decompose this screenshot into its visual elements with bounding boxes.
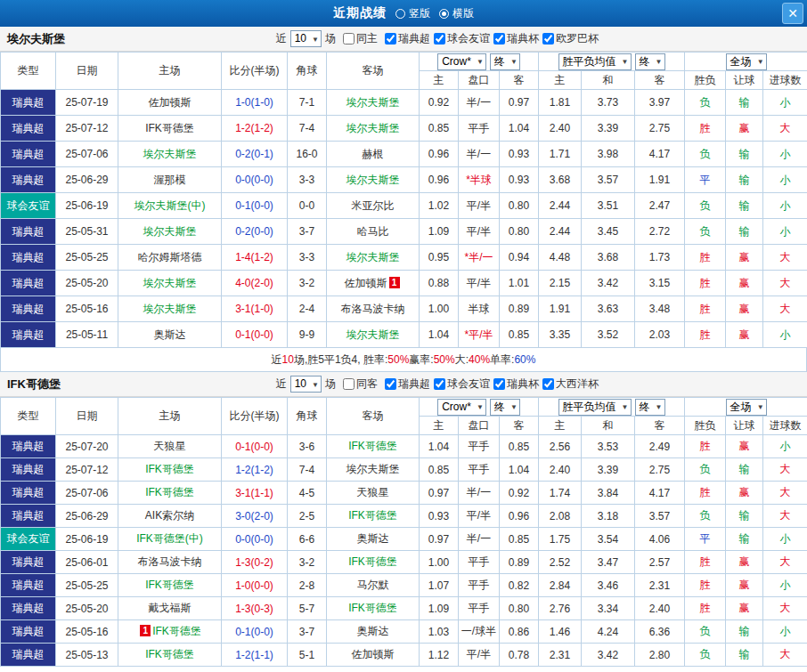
away-team[interactable]: IFK哥德堡 — [327, 505, 420, 528]
team-link[interactable]: 埃尔夫斯堡 — [346, 122, 400, 134]
away-team[interactable]: 奥斯达 — [327, 620, 420, 644]
odds-stage-select[interactable]: 终 — [490, 399, 520, 416]
home-team[interactable]: 哈尔姆斯塔德 — [118, 245, 222, 271]
away-team[interactable]: 马尔默 — [327, 574, 420, 597]
home-team[interactable]: 奥斯达 — [118, 322, 222, 348]
home-team[interactable]: 埃尔夫斯堡 — [118, 296, 222, 322]
competition-checkbox-input[interactable] — [542, 378, 554, 390]
competition-filter[interactable]: 欧罗巴杯 — [542, 31, 599, 46]
team-link[interactable]: 布洛马波卡纳 — [138, 555, 202, 568]
team-link[interactable]: 赫根 — [363, 148, 384, 160]
competition-filter[interactable]: 瑞典超 — [385, 31, 430, 46]
team-link[interactable]: 佐加顿斯 — [345, 277, 387, 289]
team-link[interactable]: IFK哥德堡 — [152, 625, 201, 637]
competition-checkbox-input[interactable] — [385, 33, 396, 45]
competition-checkbox-input[interactable] — [542, 33, 554, 45]
home-team[interactable]: 埃尔夫斯堡 — [118, 219, 222, 245]
team-link[interactable]: 奥斯达 — [357, 625, 389, 637]
team-link[interactable]: 埃尔夫斯堡 — [346, 328, 400, 341]
home-team[interactable]: IFK哥德堡 — [118, 458, 222, 482]
team-link[interactable]: 佐加顿斯 — [149, 96, 192, 109]
team-link[interactable]: 天狼星 — [357, 486, 389, 498]
home-team[interactable]: 佐加顿斯 — [118, 90, 222, 116]
competition-checkbox-input[interactable] — [434, 33, 445, 45]
away-team[interactable]: 埃尔夫斯堡 — [327, 90, 420, 116]
home-team[interactable]: 埃尔夫斯堡 — [118, 142, 222, 167]
team-link[interactable]: 埃尔夫斯堡 — [143, 225, 197, 238]
close-button[interactable]: ✕ — [782, 3, 803, 24]
team-link[interactable]: 天狼星 — [154, 440, 186, 452]
away-team[interactable]: 埃尔夫斯堡 — [327, 458, 420, 482]
away-team[interactable]: IFK哥德堡 — [327, 597, 420, 620]
team-link[interactable]: 戴戈福斯 — [149, 602, 192, 614]
team-link[interactable]: IFK哥德堡 — [348, 440, 397, 452]
team-link[interactable]: IFK哥德堡 — [145, 122, 194, 134]
away-team[interactable]: 布洛马波卡纳 — [327, 296, 420, 322]
home-team[interactable]: 天狼星 — [118, 435, 222, 458]
team-link[interactable]: 哈马比 — [357, 225, 389, 238]
home-team[interactable]: IFK哥德堡 — [118, 482, 222, 505]
away-team[interactable]: 佐加顿斯1 — [327, 271, 420, 296]
team-link[interactable]: IFK哥德堡 — [145, 579, 194, 591]
avg-stage-select[interactable]: 终 — [635, 399, 665, 416]
competition-checkbox-input[interactable] — [385, 378, 396, 390]
team-link[interactable]: 奥斯达 — [154, 328, 186, 341]
team-link[interactable]: IFK哥德堡(中) — [136, 532, 203, 545]
away-team[interactable]: 米亚尔比 — [327, 193, 420, 219]
same-venue-checkbox[interactable]: 同主 — [343, 31, 378, 46]
home-team[interactable]: IFK哥德堡 — [118, 574, 222, 597]
home-team[interactable]: 埃尔夫斯堡 — [118, 271, 222, 296]
competition-filter[interactable]: 瑞典超 — [385, 376, 430, 392]
fulltime-select[interactable]: 全场 — [726, 399, 767, 416]
team-link[interactable]: 埃尔夫斯堡 — [346, 463, 400, 475]
team-link[interactable]: IFK哥德堡 — [145, 463, 194, 475]
competition-checkbox-input[interactable] — [493, 33, 505, 45]
team-link[interactable]: 佐加顿斯 — [352, 648, 395, 660]
away-team[interactable]: 奥斯达 — [327, 528, 420, 551]
team-link[interactable]: 奥斯达 — [357, 532, 389, 545]
away-team[interactable]: IFK哥德堡 — [327, 435, 420, 458]
home-team[interactable]: IFK哥德堡 — [118, 644, 222, 667]
away-team[interactable]: 哈马比 — [327, 219, 420, 245]
away-team[interactable]: 天狼星 — [327, 482, 420, 505]
avg-stage-select[interactable]: 终 — [635, 53, 665, 70]
odds-provider-select[interactable]: Crow* — [437, 53, 486, 70]
team-link[interactable]: AIK索尔纳 — [145, 509, 194, 522]
team-link[interactable]: 渥那模 — [154, 174, 186, 186]
competition-filter[interactable]: 瑞典杯 — [493, 376, 539, 392]
team-link[interactable]: IFK哥德堡 — [145, 486, 194, 498]
odds-provider-select[interactable]: Crow* — [437, 399, 486, 416]
home-team[interactable]: IFK哥德堡(中) — [118, 528, 222, 551]
team-link[interactable]: 布洛马波卡纳 — [341, 303, 405, 315]
team-link[interactable]: 哈尔姆斯塔德 — [138, 251, 202, 263]
away-team[interactable]: 埃尔夫斯堡 — [327, 322, 420, 348]
odds-stage-select[interactable]: 终 — [490, 53, 520, 70]
away-team[interactable]: 埃尔夫斯堡 — [327, 245, 420, 271]
team-link[interactable]: IFK哥德堡 — [145, 648, 194, 660]
team-link[interactable]: IFK哥德堡 — [348, 602, 397, 614]
same-venue-checkbox-input[interactable] — [343, 33, 355, 45]
team-link[interactable]: IFK哥德堡 — [348, 555, 397, 568]
team-link[interactable]: 埃尔夫斯堡 — [346, 251, 400, 263]
home-team[interactable]: IFK哥德堡 — [118, 116, 222, 142]
away-team[interactable]: 埃尔夫斯堡 — [327, 116, 420, 142]
team-link[interactable]: 马尔默 — [357, 579, 389, 591]
home-team[interactable]: 1IFK哥德堡 — [118, 620, 222, 644]
avg-odds-select[interactable]: 胜平负均值 — [558, 399, 632, 416]
recent-count-select[interactable]: 10 — [290, 376, 322, 393]
competition-checkbox-input[interactable] — [493, 378, 505, 390]
team-link[interactable]: 埃尔夫斯堡 — [143, 277, 197, 289]
away-team[interactable]: 佐加顿斯 — [327, 644, 420, 667]
team-link[interactable]: 埃尔夫斯堡 — [346, 96, 400, 109]
avg-odds-select[interactable]: 胜平负均值 — [558, 53, 632, 70]
away-team[interactable]: 赫根 — [327, 142, 420, 167]
team-link[interactable]: 埃尔夫斯堡 — [143, 303, 197, 315]
home-team[interactable]: 布洛马波卡纳 — [118, 551, 222, 574]
home-team[interactable]: 埃尔夫斯堡(中) — [118, 193, 222, 219]
competition-checkbox-input[interactable] — [434, 378, 445, 390]
competition-filter[interactable]: 瑞典杯 — [493, 31, 539, 46]
fulltime-select[interactable]: 全场 — [726, 53, 767, 70]
competition-filter[interactable]: 球会友谊 — [434, 31, 490, 46]
same-venue-checkbox-input[interactable] — [343, 378, 355, 390]
away-team[interactable]: 埃尔夫斯堡 — [327, 167, 420, 193]
